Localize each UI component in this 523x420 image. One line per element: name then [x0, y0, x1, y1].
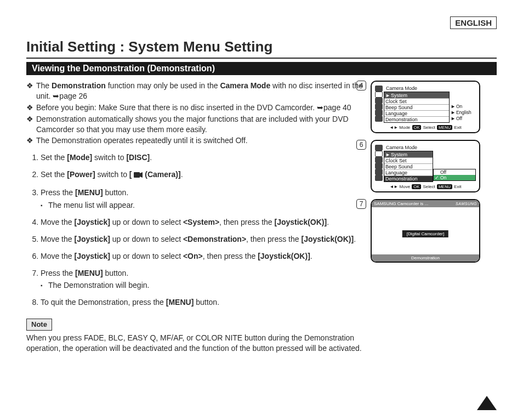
menu-item: Language [384, 110, 449, 116]
text: , then press the [203, 252, 258, 260]
text-bold: [Joystick(OK)] [258, 252, 310, 260]
value-column: ►On ►English ►Off [450, 92, 476, 123]
menu-pill: MENU [437, 184, 452, 189]
triangle-bg: 35 [477, 396, 497, 410]
text-bold: Camera Mode [220, 81, 270, 90]
text-bold: [Joystick(OK)] [275, 218, 327, 226]
triangle-icon: ► [451, 110, 456, 115]
camera-icon [134, 171, 143, 181]
menu-item: Clock Set [384, 98, 449, 104]
menu-title: ►System [384, 92, 449, 98]
mode-icon [375, 86, 383, 92]
lcd-demo-screen: SAMSUNG Camcorder is ... SAMSUNG [Digita… [371, 199, 480, 263]
menu-item: Language [384, 169, 433, 175]
text-bold: [Joystick(OK)] [301, 235, 354, 243]
side-icon [375, 151, 383, 157]
step-item: Move the [Joystick] up or down to select… [41, 217, 364, 228]
text-bold: [MENU] [166, 298, 194, 307]
figure-number: 4 [356, 81, 366, 90]
bullet-item: Demonstration automatically shows you th… [36, 114, 364, 135]
menu-pill: MENU [437, 125, 452, 130]
nav-icon: ◄► [389, 125, 398, 130]
note-text: When you press FADE, BLC, EASY Q, MF/AF,… [26, 333, 364, 354]
mode-icon [375, 145, 383, 151]
section-subtitle: Viewing the Demonstration (Demonstration… [26, 62, 497, 75]
text-bold: [Joystick] [74, 218, 110, 226]
figure-number: 7 [356, 199, 366, 209]
text: Exit [454, 125, 461, 130]
page-number: 35 [484, 388, 490, 395]
text: (Camera)] [145, 170, 180, 179]
side-icon [375, 157, 383, 163]
text: [ [129, 170, 134, 179]
figure-4: 4 Camera Mode [371, 81, 497, 133]
side-icon [375, 169, 383, 175]
step-item: Move the [Joystick] up or down to select… [41, 251, 364, 262]
svg-marker-1 [140, 172, 143, 178]
text-bold: [Power] [67, 170, 95, 179]
text: button. [194, 298, 219, 307]
menu-area: ►System Clock Set Beep Sound Language De… [384, 92, 450, 123]
side-icon [375, 92, 383, 98]
text-bold: [Mode] [67, 153, 92, 162]
check-icon: ✓ [435, 175, 440, 180]
bullet-item: The Demonstration function may only be u… [36, 81, 364, 101]
text-bold: [ (Camera)] [129, 170, 181, 179]
ok-pill: OK [412, 184, 421, 189]
text: . [354, 235, 356, 243]
page-number-badge: 35 [477, 396, 497, 410]
text: . [181, 170, 183, 179]
figure-number: 6 [356, 140, 366, 150]
nav-icon: ◄► [389, 184, 398, 189]
demo-top-bar: SAMSUNG Camcorder is ... SAMSUNG [372, 200, 479, 207]
text: Exit [454, 184, 461, 189]
text: On [456, 104, 462, 109]
text: function may only be used in the [106, 81, 220, 90]
text-bold: Demonstration [52, 81, 106, 90]
lcd-header: Camera Mode [384, 86, 417, 91]
text: Move [400, 184, 411, 189]
step-item: To quit the Demonstration, press the [ME… [41, 297, 364, 308]
text: , then press the [219, 218, 274, 226]
page-title: Initial Setting : System Menu Setting [26, 38, 497, 59]
menu-value: ►Off [451, 116, 476, 122]
menu-value: ►English [451, 110, 476, 116]
text: Off [456, 116, 462, 121]
menu-item: Beep Sound [384, 104, 449, 110]
text-bold: <On> [183, 252, 203, 260]
note-label: Note [26, 319, 52, 331]
text-bold: [Joystick] [74, 252, 110, 260]
text: . [327, 218, 329, 226]
lcd-footer: ◄► Mode OK Select MENU Exit [375, 125, 476, 130]
text: On [440, 175, 446, 180]
text-column: The Demonstration function may only be u… [26, 81, 371, 354]
figure-7: 7 SAMSUNG Camcorder is ... SAMSUNG [Digi… [371, 199, 497, 263]
text-bold: [MENU] [75, 269, 103, 277]
menu-area: ►System Clock Set Beep Sound Language De… [384, 151, 433, 182]
sub-step: The menu list will appear. [48, 200, 364, 211]
text-bold: [MENU] [75, 188, 103, 197]
text: . [150, 153, 152, 162]
demo-title: SAMSUNG Camcorder is ... [374, 201, 428, 206]
option-panel: Off ✓On [433, 169, 476, 181]
menu-item: Clock Set [384, 157, 433, 163]
sub-step: The Demonstration will begin. [48, 280, 364, 291]
side-icon [375, 104, 383, 110]
text: . [310, 252, 312, 260]
figure-6: 6 Camera Mode [371, 140, 497, 192]
text: Mode [399, 125, 410, 130]
text: Move the [41, 235, 74, 243]
svg-rect-0 [134, 172, 140, 178]
lcd-screen: Camera Mode ►System Clock Set [371, 140, 480, 192]
text: Move the [41, 252, 74, 260]
text: English [456, 110, 471, 115]
menu-item: Beep Sound [384, 163, 433, 169]
bullet-item: The Demonstration operates repeatedly un… [36, 135, 364, 146]
bullet-item: Before you begin: Make Sure that there i… [36, 103, 364, 113]
step-item: Press the [MENU] button. The menu list w… [41, 188, 364, 211]
lcd-screen: Camera Mode ►System Clock Set [371, 81, 480, 133]
step-list: Set the [Mode] switch to [DISC]. Set the… [26, 152, 364, 308]
samsung-logo: SAMSUNG [456, 202, 477, 206]
text: button. [103, 269, 129, 277]
side-icons [375, 151, 384, 182]
